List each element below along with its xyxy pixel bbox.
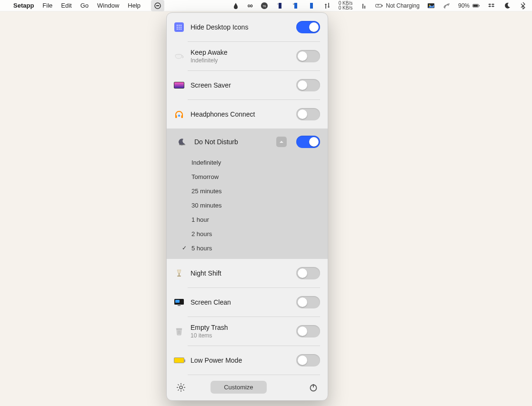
row-title: Hide Desktop Icons — [191, 23, 296, 31]
lamp-icon — [172, 267, 186, 280]
row-keep-awake[interactable]: Keep Awake Indefinitely — [167, 42, 328, 70]
dnd-option-30min[interactable]: ✓30 minutes — [167, 198, 328, 212]
toggle-dnd[interactable] — [296, 136, 320, 148]
toggle-empty-trash[interactable] — [296, 325, 320, 337]
svg-text:76: 76 — [262, 4, 266, 7]
infinity-icon[interactable]: ∞ — [247, 1, 252, 10]
toggle-night-shift[interactable] — [296, 267, 320, 279]
net-up: 0 KB/s — [339, 1, 352, 6]
bluetooth-icon[interactable] — [519, 1, 527, 10]
mem-meter-icon[interactable]: M — [291, 1, 300, 10]
row-screen-saver[interactable]: Screen Saver — [167, 71, 328, 99]
menubar-left: Setapp File Edit Go Window Help — [5, 0, 164, 11]
row-title: Screen Clean — [191, 298, 296, 306]
svg-rect-16 — [479, 5, 480, 6]
screensaver-icon — [172, 79, 186, 92]
cpu-meter-icon[interactable]: C — [276, 1, 284, 10]
svg-line-47 — [183, 384, 184, 385]
dnd-option-1hr[interactable]: ✓1 hour — [167, 212, 328, 227]
menu-file[interactable]: File — [42, 2, 52, 9]
net-meter-icon[interactable] — [323, 1, 331, 10]
row-title: Screen Saver — [191, 81, 296, 89]
disk-meter-icon[interactable] — [307, 1, 316, 10]
customize-button[interactable]: Customize — [211, 381, 266, 394]
trash-icon — [172, 325, 186, 338]
menu-window[interactable]: Window — [97, 2, 119, 9]
svg-rect-10 — [364, 6, 365, 9]
row-title: Headphones Connect — [191, 110, 296, 118]
active-menubar-app-icon[interactable] — [151, 0, 164, 11]
svg-rect-34 — [175, 300, 180, 303]
sensor-bars-icon[interactable] — [360, 1, 368, 10]
net-speed[interactable]: 0 KB/s 0 KB/s — [339, 1, 352, 10]
menubar-right: ∞ 76 C M 0 KB/s 0 KB/s Not Charging — [231, 1, 527, 10]
svg-rect-19 — [179, 25, 180, 26]
svg-rect-31 — [179, 273, 180, 276]
row-night-shift[interactable]: Night Shift — [167, 259, 328, 287]
row-headphones[interactable]: Headphones Connect — [167, 100, 328, 129]
menubar: Setapp File Edit Go Window Help ∞ 76 C M… — [0, 0, 532, 11]
svg-rect-36 — [176, 328, 182, 329]
row-do-not-disturb[interactable]: Do Not Disturb — [167, 129, 328, 155]
menu-go[interactable]: Go — [80, 2, 89, 9]
droplet-icon[interactable] — [231, 1, 240, 10]
tv-icon — [172, 296, 186, 309]
power-icon[interactable] — [308, 382, 319, 393]
svg-rect-22 — [179, 27, 180, 28]
row-low-power[interactable]: Low Power Mode — [167, 346, 328, 375]
svg-rect-26 — [181, 29, 181, 30]
toggle-headphones[interactable] — [296, 108, 320, 120]
temp-badge-icon[interactable]: 76 — [260, 1, 269, 10]
app-name[interactable]: Setapp — [13, 2, 34, 9]
panel-bottombar: Customize — [167, 375, 328, 400]
collapse-button[interactable] — [276, 137, 287, 147]
toggle-screen-clean[interactable] — [296, 296, 320, 308]
svg-rect-21 — [177, 27, 178, 28]
row-subtitle: 10 items — [191, 332, 296, 339]
checkmark-icon: ✓ — [182, 245, 187, 251]
menu-help[interactable]: Help — [128, 2, 141, 9]
svg-point-14 — [429, 4, 431, 6]
rays-icon[interactable] — [442, 1, 451, 10]
svg-point-40 — [180, 386, 182, 389]
battery-pct-label: 90% — [458, 2, 470, 9]
one-switch-panel: Hide Desktop Icons Keep Awake Indefinite… — [166, 12, 328, 401]
moon-icon[interactable] — [503, 1, 512, 10]
svg-rect-29 — [181, 115, 183, 118]
svg-rect-4 — [279, 3, 281, 9]
coffee-icon — [172, 50, 186, 63]
battery-icon — [172, 354, 186, 367]
row-empty-trash[interactable]: Empty Trash 10 items — [167, 317, 328, 346]
svg-rect-20 — [181, 25, 181, 26]
row-screen-clean[interactable]: Screen Clean — [167, 288, 328, 317]
svg-rect-8 — [310, 3, 313, 9]
dnd-title: Do Not Disturb — [194, 138, 271, 146]
dnd-options: ✓Indefinitely ✓Tomorrow ✓25 minutes ✓30 … — [167, 155, 328, 259]
dnd-option-tomorrow[interactable]: ✓Tomorrow — [167, 169, 328, 184]
toggle-hide-desktop[interactable] — [296, 21, 320, 33]
row-hide-desktop[interactable]: Hide Desktop Icons — [167, 13, 328, 41]
svg-text:C: C — [277, 3, 279, 5]
net-down: 0 KB/s — [339, 6, 352, 10]
dnd-option-indefinitely[interactable]: ✓Indefinitely — [167, 155, 328, 169]
menu-edit[interactable]: Edit — [61, 2, 71, 9]
dnd-option-5hr[interactable]: ✓5 hours — [167, 241, 328, 255]
toggle-screen-saver[interactable] — [296, 79, 320, 91]
dropbox-icon[interactable] — [487, 1, 496, 10]
toggle-keep-awake[interactable] — [296, 50, 320, 62]
row-title: Keep Awake — [191, 49, 296, 56]
dnd-option-2hr[interactable]: ✓2 hours — [167, 227, 328, 241]
svg-rect-28 — [175, 115, 177, 118]
charging-label: Not Charging — [386, 2, 420, 9]
battery-percent[interactable]: 90% — [458, 2, 480, 10]
dnd-option-25min[interactable]: ✓25 minutes — [167, 184, 328, 198]
svg-rect-12 — [382, 5, 382, 6]
toggle-low-power[interactable] — [296, 354, 320, 366]
svg-rect-25 — [179, 29, 180, 30]
moon-dnd-icon — [177, 137, 187, 147]
svg-point-30 — [178, 115, 180, 117]
charging-status[interactable]: Not Charging — [375, 2, 420, 10]
gear-icon[interactable] — [175, 382, 187, 393]
svg-rect-24 — [177, 29, 178, 30]
picture-icon[interactable] — [427, 1, 435, 10]
